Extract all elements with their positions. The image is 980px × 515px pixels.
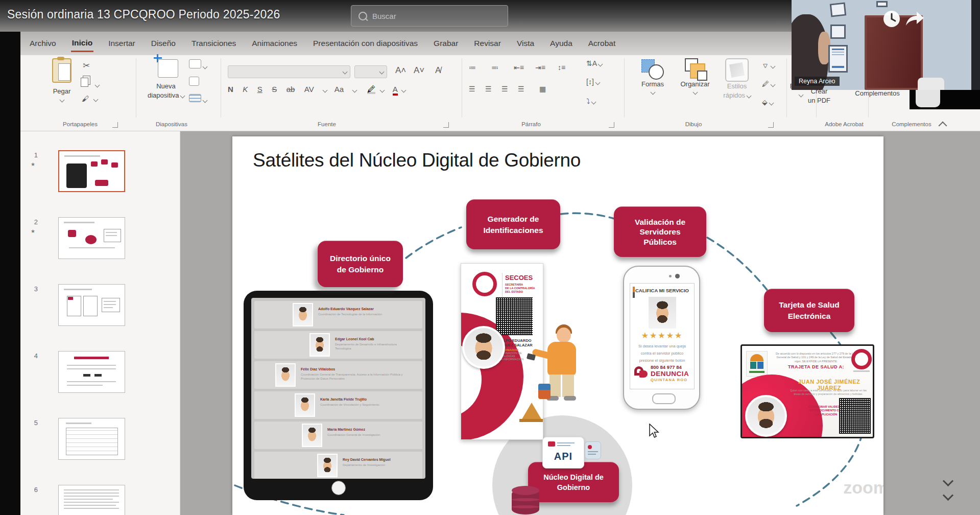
- node-label: Electrónica: [764, 311, 854, 322]
- quick-styles-button[interactable]: Estilos rápidos: [719, 58, 755, 100]
- font-color-button[interactable]: A: [393, 85, 398, 96]
- rating-stars[interactable]: ★★★★★: [630, 331, 694, 340]
- health-holder-desc: Quien con base a este certificado, es ap…: [787, 389, 870, 392]
- video-title: Sesión ordinaria 13 CPCQROO Periodo 2025…: [7, 8, 280, 21]
- arrange-button[interactable]: Organizar: [675, 58, 715, 94]
- decrease-indent-button[interactable]: ⇤≡: [514, 63, 524, 72]
- paste-label: Pegar: [53, 87, 71, 96]
- smartart-button[interactable]: ⤵: [586, 97, 595, 105]
- tab-transiciones[interactable]: Transiciones: [190, 36, 237, 51]
- node-directorio[interactable]: Directorio único de Gobierno: [318, 241, 403, 287]
- bold-button[interactable]: N: [228, 85, 233, 93]
- search-input[interactable]: Buscar: [351, 5, 508, 27]
- animation-star-icon: ★: [31, 161, 35, 167]
- node-validacion[interactable]: Validación de Servidores Públicos: [614, 206, 706, 257]
- list-item[interactable]: Adolfo Eduardo Vázquez Salazar Coordinac…: [254, 301, 422, 329]
- shape-outline-button[interactable]: 🖉: [762, 80, 775, 88]
- avatar: [302, 424, 322, 447]
- align-center-button[interactable]: ☰: [485, 85, 492, 93]
- node-label: Públicos: [614, 237, 706, 247]
- person-role: Coordinación de Tecnologías de la Inform…: [318, 313, 395, 317]
- copy-button[interactable]: [81, 78, 99, 89]
- group-separator: [462, 58, 462, 118]
- next-slide-chevron-icon[interactable]: [943, 476, 953, 486]
- decrease-font-button[interactable]: A˅: [414, 65, 424, 76]
- columns-button[interactable]: ▦: [539, 85, 546, 93]
- slide-thumbnail-6[interactable]: [58, 485, 125, 515]
- new-slide-button[interactable]: Nueva diapositiva: [143, 57, 189, 100]
- document-icon: [585, 441, 601, 459]
- dialog-launcher-icon[interactable]: [609, 122, 614, 128]
- tab-ayuda[interactable]: Ayuda: [549, 36, 573, 51]
- group-label-slides: Diapositivas: [141, 121, 202, 127]
- dialog-launcher-icon[interactable]: [112, 122, 118, 128]
- dialog-launcher-icon[interactable]: [443, 122, 449, 128]
- list-item[interactable]: Félix Díaz Villalobos Coordinación Gener…: [254, 361, 422, 389]
- reset-slide-button[interactable]: [189, 77, 199, 88]
- list-item[interactable]: Karla Janetta Fielde Trujillo Coordinaci…: [254, 391, 422, 419]
- font-name-select[interactable]: [228, 65, 350, 78]
- char-spacing-button[interactable]: AV: [304, 85, 314, 93]
- slide-thumbnail-5[interactable]: [58, 418, 125, 460]
- section-button[interactable]: [189, 94, 207, 104]
- tab-insertar[interactable]: Insertar: [107, 36, 136, 51]
- align-right-button[interactable]: ☰: [501, 85, 508, 93]
- bullet-list-button[interactable]: ≔: [469, 63, 479, 72]
- video-frame: Sesión ordinaria 13 CPCQROO Periodo 2025…: [0, 0, 980, 515]
- qroo-logo-icon: [472, 272, 497, 296]
- change-case-button[interactable]: Aa: [334, 85, 344, 93]
- strikethrough-button[interactable]: S: [272, 85, 277, 93]
- tab-vista[interactable]: Vista: [516, 36, 535, 51]
- node-tarjeta[interactable]: Tarjeta de Salud Electrónica: [764, 289, 854, 332]
- reset-icon: [189, 77, 199, 86]
- tab-acrobat[interactable]: Acrobat: [587, 36, 616, 51]
- arrange-icon: [684, 58, 706, 80]
- watch-later-icon[interactable]: [882, 9, 901, 29]
- align-left-button[interactable]: ☰: [469, 85, 475, 93]
- shape-effects-button[interactable]: ⬙: [762, 98, 773, 106]
- increase-font-button[interactable]: A˄: [395, 65, 406, 76]
- addins-button[interactable]: Complementos: [847, 89, 908, 98]
- text-direction-button[interactable]: ⇅A: [586, 59, 602, 67]
- share-icon[interactable]: [904, 10, 925, 28]
- increase-indent-button[interactable]: ⇥≡: [535, 63, 545, 72]
- next-slide-chevron-icon[interactable]: [943, 490, 953, 501]
- node-generador[interactable]: Generador de Identificaciones: [466, 199, 560, 249]
- dialog-launcher-icon[interactable]: [768, 122, 774, 128]
- slide-thumbnail-3[interactable]: [58, 284, 125, 326]
- search-icon: [358, 12, 367, 20]
- divider: [502, 273, 503, 297]
- numbered-list-button[interactable]: ≕: [491, 63, 498, 72]
- font-size-select[interactable]: [354, 65, 387, 78]
- clear-format-button[interactable]: A̸: [435, 65, 441, 76]
- slide-thumbnail-4[interactable]: [58, 351, 125, 393]
- slide-layout-button[interactable]: [189, 59, 207, 71]
- slide-thumbnail-1[interactable]: [58, 150, 125, 192]
- slide-canvas[interactable]: Satélites del Núcleo Digital de Gobierno…: [232, 136, 883, 515]
- list-item[interactable]: Edgar Leonel Xool Cab Departamento de De…: [254, 331, 422, 359]
- cut-button[interactable]: ✂: [83, 60, 90, 71]
- slide-thumbnail-2[interactable]: [58, 217, 125, 259]
- tab-animaciones[interactable]: Animaciones: [251, 36, 298, 51]
- underline-button[interactable]: S: [257, 85, 262, 93]
- health-holder-photo: [745, 395, 787, 437]
- tab-grabar[interactable]: Grabar: [433, 36, 459, 51]
- tab-inicio[interactable]: Inicio: [71, 35, 93, 52]
- justify-button[interactable]: ☰: [518, 85, 524, 93]
- tab-diseno[interactable]: Diseño: [150, 36, 177, 51]
- shadow-button[interactable]: ab: [286, 85, 295, 93]
- tab-presentacion[interactable]: Presentación con diapositivas: [312, 36, 419, 51]
- align-text-button[interactable]: [↕]: [586, 78, 600, 86]
- list-item[interactable]: Rey David Cervantes Miguel Departamento …: [254, 452, 422, 479]
- line-spacing-button[interactable]: ↕≡: [558, 63, 565, 72]
- shape-fill-button[interactable]: 🜄: [762, 61, 775, 69]
- tab-archivo[interactable]: Archivo: [29, 36, 57, 51]
- paste-button[interactable]: Pegar: [45, 58, 79, 102]
- tab-revisar[interactable]: Revisar: [473, 36, 502, 51]
- italic-button[interactable]: K: [243, 85, 248, 93]
- shapes-button[interactable]: Formas: [636, 58, 669, 94]
- format-painter-button[interactable]: 🖌: [82, 94, 98, 103]
- list-item[interactable]: María Martínez Gómez Coordinación Genera…: [254, 422, 422, 449]
- chevron-down-icon: [203, 64, 208, 69]
- highlight-color-button[interactable]: 🖉: [367, 85, 375, 94]
